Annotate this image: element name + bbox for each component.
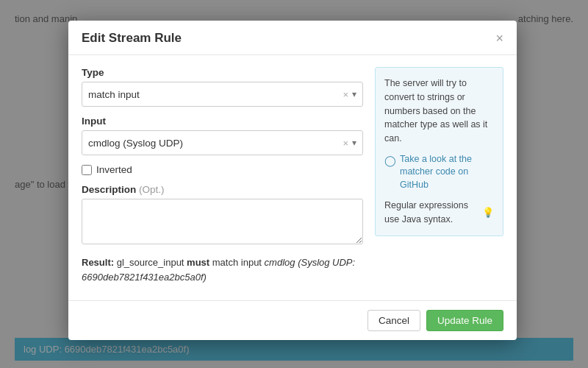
type-clear-icon[interactable]: ×: [343, 89, 348, 100]
inverted-checkbox[interactable]: [82, 165, 92, 175]
type-label: Type: [82, 67, 363, 78]
inverted-label[interactable]: Inverted: [96, 164, 132, 175]
modal-footer: Cancel Update Rule: [68, 300, 517, 340]
result-must: must: [187, 257, 209, 268]
result-label: Result:: [82, 257, 114, 268]
github-icon: ◯: [384, 154, 396, 169]
regex-info: Regular expressions use Java syntax. 💡: [384, 199, 494, 227]
update-rule-button[interactable]: Update Rule: [426, 310, 503, 331]
close-icon[interactable]: ×: [495, 32, 503, 45]
type-select[interactable]: match input × ▾: [82, 82, 363, 107]
modal-sidebar: The server will try to convert to string…: [375, 67, 503, 294]
input-clear-icon[interactable]: ×: [343, 138, 348, 149]
lightbulb-icon: 💡: [482, 205, 494, 220]
inverted-group: Inverted: [82, 164, 363, 175]
result-text2: match input: [212, 257, 265, 268]
edit-stream-rule-modal: Edit Stream Rule × Type match input × ▾ …: [68, 21, 517, 340]
input-select[interactable]: cmdlog (Syslog UDP) × ▾: [82, 130, 363, 155]
modal-body: Type match input × ▾ Input cmdlog (Syslo…: [68, 55, 517, 294]
description-opt: (Opt.): [139, 184, 165, 195]
description-label: Description (Opt.): [82, 184, 363, 195]
type-dropdown-icon[interactable]: ▾: [352, 89, 356, 99]
type-group: Type match input × ▾: [82, 67, 363, 107]
github-link[interactable]: ◯ Take a look at the matcher code on Git…: [384, 153, 494, 192]
modal-form: Type match input × ▾ Input cmdlog (Syslo…: [82, 67, 363, 294]
result-box: Result: gl_source_input must match input…: [82, 255, 363, 294]
github-link-text: Take a look at the matcher code on GitHu…: [400, 153, 494, 192]
input-select-value: cmdlog (Syslog UDP): [88, 138, 343, 149]
input-label: Input: [82, 116, 363, 127]
description-textarea[interactable]: [82, 199, 363, 244]
modal-header: Edit Stream Rule ×: [68, 21, 517, 55]
result-text1: gl_source_input: [117, 257, 187, 268]
regex-text: Regular expressions use Java syntax.: [384, 199, 478, 227]
info-box: The server will try to convert to string…: [375, 67, 503, 236]
type-select-value: match input: [88, 89, 343, 100]
cancel-button[interactable]: Cancel: [368, 310, 420, 331]
info-text: The server will try to convert to string…: [384, 77, 494, 146]
modal-title: Edit Stream Rule: [82, 31, 182, 46]
description-group: Description (Opt.): [82, 184, 363, 247]
input-group: Input cmdlog (Syslog UDP) × ▾: [82, 116, 363, 155]
input-dropdown-icon[interactable]: ▾: [352, 138, 356, 148]
